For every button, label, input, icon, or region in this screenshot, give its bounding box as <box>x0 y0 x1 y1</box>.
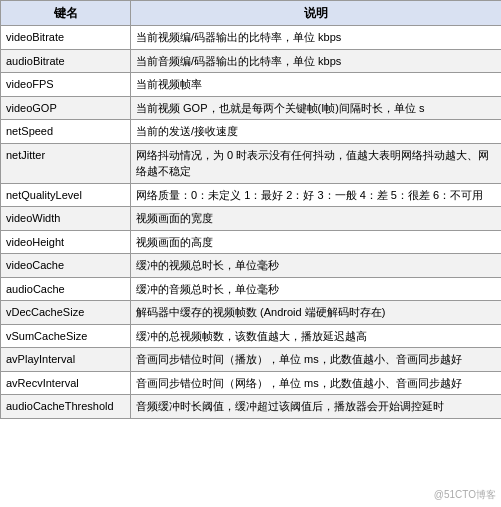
cell-desc: 视频画面的高度 <box>131 230 502 254</box>
cell-key: videoBitrate <box>1 26 131 50</box>
table-row: vDecCacheSize解码器中缓存的视频帧数 (Android 端硬解码时存… <box>1 301 502 325</box>
cell-key: videoCache <box>1 254 131 278</box>
cell-key: videoGOP <box>1 96 131 120</box>
cell-desc: 当前视频编/码器输出的比特率，单位 kbps <box>131 26 502 50</box>
cell-desc: 缓冲的视频总时长，单位毫秒 <box>131 254 502 278</box>
cell-desc: 网络质量：0：未定义 1：最好 2：好 3：一般 4：差 5：很差 6：不可用 <box>131 183 502 207</box>
cell-desc: 音画同步错位时间（播放），单位 ms，此数值越小、音画同步越好 <box>131 348 502 372</box>
table-row: netQualityLevel网络质量：0：未定义 1：最好 2：好 3：一般 … <box>1 183 502 207</box>
table-row: netJitter网络抖动情况，为 0 时表示没有任何抖动，值越大表明网络抖动越… <box>1 143 502 183</box>
table-row: videoCache缓冲的视频总时长，单位毫秒 <box>1 254 502 278</box>
cell-desc: 当前视频帧率 <box>131 73 502 97</box>
cell-desc: 当前音频编/码器输出的比特率，单位 kbps <box>131 49 502 73</box>
stats-table: 键名 说明 videoBitrate当前视频编/码器输出的比特率，单位 kbps… <box>0 0 501 419</box>
table-row: audioCacheThreshold音频缓冲时长阈值，缓冲超过该阈值后，播放器… <box>1 395 502 419</box>
cell-key: videoWidth <box>1 207 131 231</box>
table-row: netSpeed当前的发送/接收速度 <box>1 120 502 144</box>
cell-key: avPlayInterval <box>1 348 131 372</box>
cell-desc: 音画同步错位时间（网络），单位 ms，此数值越小、音画同步越好 <box>131 371 502 395</box>
cell-key: audioCacheThreshold <box>1 395 131 419</box>
cell-key: vSumCacheSize <box>1 324 131 348</box>
cell-key: videoHeight <box>1 230 131 254</box>
header-key: 键名 <box>1 1 131 26</box>
table-row: audioCache缓冲的音频总时长，单位毫秒 <box>1 277 502 301</box>
cell-key: audioCache <box>1 277 131 301</box>
table-row: avRecvInterval音画同步错位时间（网络），单位 ms，此数值越小、音… <box>1 371 502 395</box>
table-row: videoGOP当前视频 GOP，也就是每两个关键帧(I帧)间隔时长，单位 s <box>1 96 502 120</box>
table-row: avPlayInterval音画同步错位时间（播放），单位 ms，此数值越小、音… <box>1 348 502 372</box>
cell-key: vDecCacheSize <box>1 301 131 325</box>
cell-desc: 视频画面的宽度 <box>131 207 502 231</box>
table-row: audioBitrate当前音频编/码器输出的比特率，单位 kbps <box>1 49 502 73</box>
table-row: videoWidth视频画面的宽度 <box>1 207 502 231</box>
table-row: videoFPS当前视频帧率 <box>1 73 502 97</box>
cell-desc: 缓冲的音频总时长，单位毫秒 <box>131 277 502 301</box>
cell-key: netJitter <box>1 143 131 183</box>
cell-desc: 缓冲的总视频帧数，该数值越大，播放延迟越高 <box>131 324 502 348</box>
cell-desc: 当前视频 GOP，也就是每两个关键帧(I帧)间隔时长，单位 s <box>131 96 502 120</box>
cell-desc: 解码器中缓存的视频帧数 (Android 端硬解码时存在) <box>131 301 502 325</box>
cell-key: videoFPS <box>1 73 131 97</box>
cell-key: avRecvInterval <box>1 371 131 395</box>
cell-desc: 当前的发送/接收速度 <box>131 120 502 144</box>
table-row: videoHeight视频画面的高度 <box>1 230 502 254</box>
table-row: videoBitrate当前视频编/码器输出的比特率，单位 kbps <box>1 26 502 50</box>
header-desc: 说明 <box>131 1 502 26</box>
table-row: vSumCacheSize缓冲的总视频帧数，该数值越大，播放延迟越高 <box>1 324 502 348</box>
cell-key: audioBitrate <box>1 49 131 73</box>
cell-key: netSpeed <box>1 120 131 144</box>
cell-desc: 网络抖动情况，为 0 时表示没有任何抖动，值越大表明网络抖动越大、网络越不稳定 <box>131 143 502 183</box>
cell-key: netQualityLevel <box>1 183 131 207</box>
cell-desc: 音频缓冲时长阈值，缓冲超过该阈值后，播放器会开始调控延时 <box>131 395 502 419</box>
